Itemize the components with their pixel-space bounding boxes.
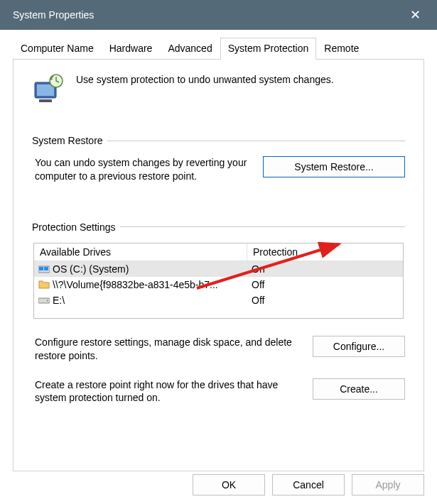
titlebar: System Properties ✕ [0,0,437,30]
svg-rect-6 [39,267,43,270]
tab-advanced[interactable]: Advanced [160,38,220,60]
dialog-footer: OK Cancel Apply [193,474,424,495]
drive-protection: On [247,263,403,275]
drive-name: \\?\Volume{f98832be-a831-4e5b-b7... [53,279,218,290]
drive-icon [38,295,50,306]
drive-name: OS (C:) (System) [53,263,129,275]
svg-point-9 [47,300,48,301]
svg-rect-7 [44,267,48,270]
drive-protection: Off [247,294,403,307]
configure-button[interactable]: Configure... [313,336,405,357]
system-restore-button[interactable]: System Restore... [263,156,405,177]
group-system-restore-label: System Restore [32,135,103,146]
table-spacer [34,308,403,318]
configure-row: Configure restore settings, manage disk … [32,336,405,363]
folder-icon [38,279,50,290]
divider [107,141,405,141]
drive-os-icon [38,263,50,275]
table-row[interactable]: \\?\Volume{f98832be-a831-4e5b-b7... Off [34,277,403,292]
drives-table: Available Drives Protection OS (C:) (Sys… [33,243,404,319]
group-system-restore: System Restore [32,135,405,146]
intro-text: Use system protection to undo unwanted s… [76,72,334,85]
tab-remote[interactable]: Remote [316,38,367,60]
column-protection[interactable]: Protection [247,243,403,261]
configure-text: Configure restore settings, manage disk … [32,336,298,363]
cancel-button[interactable]: Cancel [272,474,345,495]
intro-row: Use system protection to undo unwanted s… [32,72,405,106]
system-restore-text: You can undo system changes by reverting… [32,156,252,183]
column-available-drives[interactable]: Available Drives [34,243,247,261]
tab-system-protection[interactable]: System Protection [220,38,317,60]
tab-computer-name[interactable]: Computer Name [13,38,102,60]
table-row[interactable]: OS (C:) (System) On [34,261,403,277]
svg-rect-2 [39,99,52,102]
table-row[interactable]: E:\ Off [34,292,403,308]
tab-pane: Use system protection to undo unwanted s… [13,60,424,471]
drives-header: Available Drives Protection [34,243,403,261]
content-area: Computer Name Hardware Advanced System P… [0,30,437,471]
system-restore-row: You can undo system changes by reverting… [32,156,405,183]
tab-hardware[interactable]: Hardware [102,38,161,60]
apply-button[interactable]: Apply [352,474,424,495]
create-text: Create a restore point right now for the… [32,378,298,405]
close-icon[interactable]: ✕ [404,7,426,23]
drive-name: E:\ [53,295,65,306]
ok-button[interactable]: OK [193,474,265,495]
window-title: System Properties [13,9,94,21]
divider [120,226,405,227]
tab-strip: Computer Name Hardware Advanced System P… [13,37,424,60]
group-protection-settings: Protection Settings [32,221,405,233]
create-row: Create a restore point right now for the… [32,378,405,405]
svg-rect-1 [37,84,54,96]
drive-protection: Off [247,278,403,291]
system-protection-icon [32,72,66,106]
group-protection-settings-label: Protection Settings [32,221,116,233]
create-button[interactable]: Create... [313,378,405,400]
